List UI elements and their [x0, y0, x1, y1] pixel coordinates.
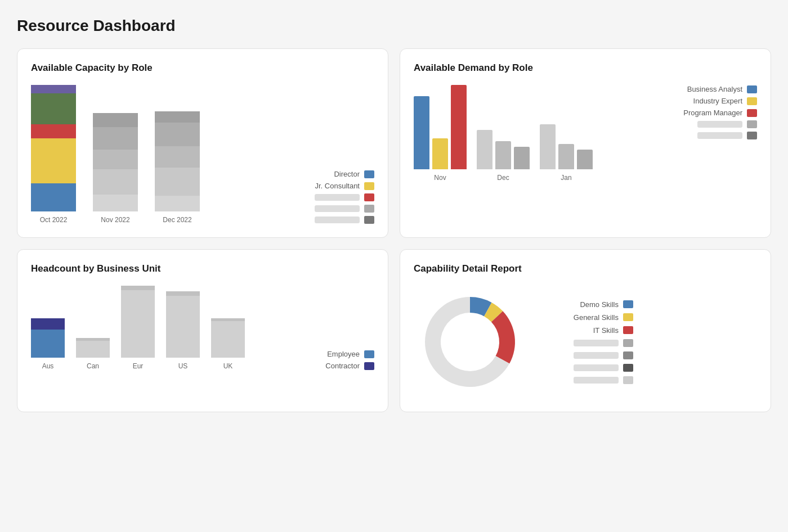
headcount-group: Aus — [31, 318, 65, 370]
capacity-bar-group: Dec 2022 — [155, 111, 200, 224]
demand-title: Available Demand by Role — [414, 62, 757, 74]
demand-bars-wrap: NovDecJan — [414, 85, 656, 182]
legend-label: Contractor — [325, 362, 360, 370]
legend-item — [284, 205, 374, 213]
demand-month-label: Jan — [561, 174, 571, 182]
headcount-stacked — [211, 318, 245, 358]
stacked-bar — [31, 85, 76, 211]
capacity-chart: Oct 2022Nov 2022Dec 2022 DirectorJr. Con… — [31, 85, 374, 224]
bar-label: Oct 2022 — [40, 216, 68, 224]
capability-title: Capability Detail Report — [414, 263, 757, 274]
bar-segment — [155, 196, 200, 211]
legend-swatch — [364, 216, 374, 224]
bar-segment — [93, 150, 138, 169]
demand-legend: Business AnalystIndustry ExpertProgram M… — [667, 85, 757, 139]
bar-segment — [31, 183, 76, 211]
headcount-group: Eur — [121, 286, 155, 370]
headcount-stacked — [76, 338, 110, 358]
headcount-segment — [76, 341, 110, 358]
headcount-stacked — [166, 291, 200, 358]
demand-bar — [514, 147, 530, 169]
headcount-segment — [31, 330, 65, 358]
demand-bar — [495, 141, 511, 169]
legend-label — [697, 121, 742, 128]
legend-swatch — [364, 205, 374, 213]
legend-label — [574, 340, 619, 346]
demand-card: Available Demand by Role NovDecJan Busin… — [400, 48, 771, 238]
legend-swatch — [747, 109, 757, 117]
legend-item — [538, 376, 633, 384]
legend-label: Employee — [327, 350, 360, 358]
headcount-label: Eur — [133, 362, 144, 370]
demand-bar — [414, 96, 429, 169]
bar-label: Dec 2022 — [163, 216, 191, 224]
demand-bar — [540, 124, 556, 169]
headcount-chart: AusCanEurUSUK EmployeeContractor — [31, 286, 374, 370]
demand-month-group: Dec — [477, 130, 530, 182]
bar-segment — [155, 123, 200, 146]
legend-item: IT Skills — [538, 326, 633, 335]
legend-item: Demo Skills — [538, 300, 633, 309]
demand-bar — [451, 85, 467, 169]
legend-swatch — [364, 362, 374, 370]
demand-bar — [432, 138, 448, 169]
bar-segment — [31, 124, 76, 138]
demand-month-bars — [477, 130, 530, 169]
legend-swatch — [623, 300, 633, 308]
legend-label: General Skills — [574, 313, 619, 322]
headcount-label: US — [178, 362, 188, 370]
capacity-bar-group: Oct 2022 — [31, 85, 76, 224]
demand-month-group: Jan — [540, 124, 593, 182]
capability-legend: Demo SkillsGeneral SkillsIT Skills — [538, 300, 633, 384]
bar-segment — [31, 138, 76, 183]
legend-label — [574, 377, 619, 384]
demand-chart: NovDecJan Business AnalystIndustry Exper… — [414, 85, 757, 182]
legend-item: Director — [284, 170, 374, 178]
donut-segment — [491, 311, 515, 363]
legend-label: Director — [334, 170, 360, 178]
legend-swatch — [364, 182, 374, 190]
demand-bar — [477, 130, 492, 169]
legend-item: Jr. Consultant — [284, 182, 374, 190]
headcount-group: Can — [76, 338, 110, 370]
dashboard-grid: Available Capacity by Role Oct 2022Nov 2… — [17, 48, 771, 412]
headcount-stacked — [121, 286, 155, 358]
legend-label: Business Analyst — [687, 85, 742, 93]
donut-container — [414, 286, 526, 398]
bar-segment — [93, 113, 138, 127]
headcount-title: Headcount by Business Unit — [31, 263, 374, 274]
bar-segment — [155, 111, 200, 123]
legend-swatch — [623, 313, 633, 321]
capability-chart: Demo SkillsGeneral SkillsIT Skills — [414, 286, 757, 398]
headcount-card: Headcount by Business Unit AusCanEurUSUK… — [17, 249, 388, 412]
legend-swatch — [364, 193, 374, 201]
legend-item: Business Analyst — [667, 85, 757, 93]
demand-month-bars — [414, 85, 467, 169]
legend-item — [284, 216, 374, 224]
legend-label — [315, 205, 360, 212]
demand-bar — [577, 150, 593, 169]
demand-groups: NovDecJan — [414, 85, 656, 182]
page-title: Resource Dashboard — [17, 17, 771, 35]
bar-segment — [155, 168, 200, 196]
legend-swatch — [623, 339, 633, 347]
headcount-segment — [121, 290, 155, 358]
legend-swatch — [623, 351, 633, 359]
capacity-legend: DirectorJr. Consultant — [284, 170, 374, 224]
headcount-legend: EmployeeContractor — [284, 350, 374, 370]
legend-label: Jr. Consultant — [315, 182, 360, 190]
legend-swatch — [364, 170, 374, 178]
legend-label — [315, 194, 360, 201]
demand-month-label: Nov — [434, 174, 446, 182]
bar-segment — [93, 169, 138, 195]
capability-card: Capability Detail Report Demo SkillsGene… — [400, 249, 771, 412]
headcount-segment — [166, 296, 200, 358]
headcount-segment — [211, 321, 245, 358]
demand-month-group: Nov — [414, 85, 467, 182]
bar-segment — [31, 93, 76, 124]
legend-swatch — [623, 326, 633, 334]
legend-swatch — [747, 97, 757, 105]
legend-label — [697, 132, 742, 139]
legend-label — [574, 364, 619, 371]
capacity-bar-group: Nov 2022 — [93, 113, 138, 224]
